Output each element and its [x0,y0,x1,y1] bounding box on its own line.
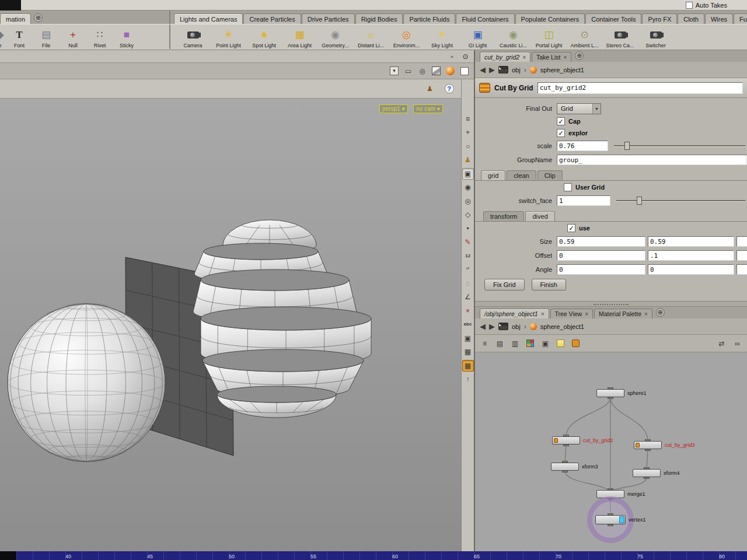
shelf-tool-portal-light[interactable]: ◫Portal Light [531,24,567,49]
sync-selection-icon[interactable]: ⇄ [717,338,727,348]
input-connector[interactable] [608,387,613,389]
switch-face-field[interactable] [557,195,610,206]
shelf-tab-fluid-containers[interactable]: Fluid Containers [456,13,514,24]
size-y-field[interactable] [648,236,734,247]
view-menu[interactable]: persp1▾ [379,104,408,113]
pin-pane-icon[interactable]: ▭ [403,66,413,76]
viewport-3d-scene[interactable] [0,99,461,551]
node-label-cut_by_grid3[interactable]: cut_by_grid3 [665,442,695,448]
forward-button[interactable]: ▶ [489,322,495,331]
shelf-tool-environm[interactable]: ◎Environm... [389,24,424,49]
output-connector[interactable] [608,524,613,526]
shelf-tool-null[interactable]: +Null [60,24,86,49]
tab-clip[interactable]: Clip [537,170,563,180]
output-connector[interactable] [644,477,650,479]
pan-tool-icon[interactable]: + [462,127,474,138]
close-tab-icon[interactable]: × [644,311,648,317]
user-grid-checkbox[interactable] [564,183,572,191]
groupname-field[interactable] [557,155,747,165]
node-label-merge1[interactable]: merge1 [627,491,645,497]
back-button[interactable]: ◀ [480,322,486,331]
shelf-tab-lights-and-cameras[interactable]: Lights and Cameras [174,13,243,24]
snap-tool-icon[interactable]: ◇ [462,209,474,220]
help-icon[interactable]: ? [444,84,454,94]
angle-y-field[interactable] [648,264,734,275]
node-name-field[interactable] [537,82,743,94]
network-box-icon[interactable] [571,338,581,348]
shelf-tab-populate-containers[interactable]: Populate Containers [515,13,585,24]
construction-plane-icon[interactable]: ▦ [462,360,474,372]
output-connector[interactable] [608,397,613,399]
close-tab-icon[interactable]: × [522,54,526,61]
viewport-layout-dropdown[interactable]: ▼ [389,66,399,76]
sticky-note-icon[interactable] [556,338,566,348]
use-checkbox[interactable]: ✓ [567,224,575,232]
image-plane-icon[interactable]: ▦ [462,346,474,358]
node-vertex1[interactable] [595,515,626,524]
view-tool-icon[interactable]: ≡ [462,113,474,125]
node-xform3[interactable] [551,463,579,471]
shelf-tool-switcher[interactable]: Switcher [638,24,673,49]
view-link-icon[interactable]: ◎ [417,66,427,76]
back-button[interactable]: ◀ [480,65,486,74]
shelf-tool-sticky[interactable]: ■Sticky [113,24,140,49]
offset-y-field[interactable] [648,250,734,261]
node-label-sphere1[interactable]: sphere1 [627,390,647,396]
node-label-vertex1[interactable]: vertex1 [629,517,646,523]
point-tool-icon[interactable]: • [462,223,474,235]
angle-x-field[interactable] [557,264,645,275]
shaded-view-cube-icon[interactable] [431,66,441,76]
shelf-tab-pyro-fx[interactable]: Pyro FX [642,13,677,24]
shelf-tab-wires[interactable]: Wires [705,13,733,24]
shelf-tab-container-tools[interactable]: Container Tools [585,13,641,24]
shelf-tool-point-light[interactable]: ☀Point Light [211,24,246,49]
pose-character-icon[interactable]: ♟ [425,84,435,94]
finish-button[interactable]: Finish [532,279,566,290]
orbit-tool-icon[interactable]: ◉ [462,181,474,193]
playbar-timeline[interactable]: 404550556065707580 [0,551,747,560]
auto-takes-checkbox[interactable] [686,2,693,9]
layout-nodes-icon[interactable]: ▣ [540,338,550,348]
new-shelf-icon[interactable]: ⊕ [34,13,43,22]
shelf-tool-caustic-li[interactable]: ◉Caustic Li... [495,24,531,49]
cap-checkbox[interactable]: ✓ [557,117,565,125]
input-connector[interactable] [608,488,613,490]
tab-transform[interactable]: transform [483,211,524,221]
scale-field[interactable] [557,141,608,151]
draw-curve-icon[interactable]: ✎ [462,236,474,248]
network-tab-material-palette[interactable]: Material Palette× [594,309,652,318]
output-connector[interactable] [645,449,651,451]
lasso-select-icon[interactable]: ◌ [462,278,474,289]
shelf-tab-rigid-bodies[interactable]: Rigid Bodies [355,13,403,24]
input-connector[interactable] [645,439,651,441]
delete-tool-icon[interactable]: × [462,305,474,317]
close-tab-icon[interactable]: × [563,54,567,61]
handles-tool-icon[interactable]: ▣ [462,168,474,180]
offset-x-field[interactable] [557,250,645,261]
output-connector[interactable] [562,471,568,473]
view-copy-icon[interactable]: ▣ [462,332,474,344]
input-connector[interactable] [563,435,569,436]
breadcrumb-obj[interactable]: obj [512,323,521,330]
shelf-tool-geometry[interactable]: ◉Geometry... [317,24,353,49]
param-tab-take-list[interactable]: Take List× [532,52,571,62]
display-options-ball-icon[interactable] [445,66,455,76]
angle-z-field[interactable] [736,264,747,275]
shelf-tool-camera[interactable]: Camera [175,24,211,49]
breadcrumb-node[interactable]: sphere_object1 [540,66,584,74]
dolly-tool-icon[interactable]: ◎ [462,195,474,207]
select-groups-icon[interactable]: 12 [462,250,474,262]
node-cut_by_grid2[interactable] [552,436,580,444]
shelf-tool-font[interactable]: TFont [6,24,33,49]
tab-clean[interactable]: clean [507,170,536,180]
close-tab-icon[interactable]: × [541,311,544,317]
angle-snap-icon[interactable]: ∠ [462,291,474,303]
select-tool-icon[interactable]: ○ [462,141,474,152]
node-list-icon[interactable]: ≡ [480,338,490,348]
network-tab-tree-view[interactable]: Tree View× [550,309,594,318]
shelf-tool-distant-li[interactable]: ☼Distant Li... [353,24,389,49]
shelf-tool-spot-light[interactable]: ★Spot Light [246,24,282,49]
switch-face-slider[interactable] [616,196,745,205]
palette-icon[interactable] [525,338,535,348]
network-tab-obj-sphere-object1[interactable]: /obj/sphere_object1× [480,309,549,318]
